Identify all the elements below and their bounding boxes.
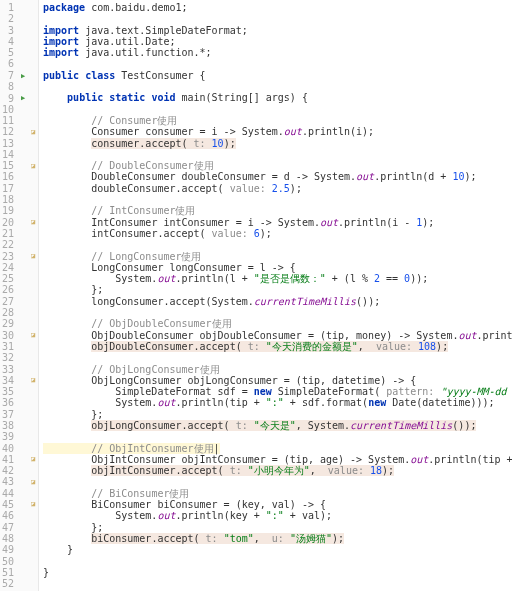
code-line[interactable]: ObjLongConsumer objLongConsumer = (tip, …: [43, 375, 512, 386]
gutter-row[interactable]: 38: [0, 420, 38, 431]
gutter-row[interactable]: 45◪: [0, 499, 38, 510]
gutter-row[interactable]: 52: [0, 578, 38, 589]
code-line[interactable]: // Consumer使用: [43, 115, 512, 126]
code-line[interactable]: IntConsumer intConsumer = i -> System.ou…: [43, 217, 512, 228]
code-line[interactable]: DoubleConsumer doubleConsumer = d -> Sys…: [43, 171, 512, 182]
gutter-row[interactable]: 34◪: [0, 375, 38, 386]
code-line[interactable]: biConsumer.accept( t: "tom", u: "汤姆猫");: [43, 533, 512, 544]
gutter-row[interactable]: 28: [0, 307, 38, 318]
gutter-row[interactable]: 21: [0, 228, 38, 239]
gutter-row[interactable]: 30◪: [0, 330, 38, 341]
code-line[interactable]: [43, 307, 512, 318]
code-line[interactable]: objDoubleConsumer.accept( t: "今天消费的金额是",…: [43, 341, 512, 352]
gutter-row[interactable]: 20◪: [0, 217, 38, 228]
gutter-row[interactable]: 39: [0, 431, 38, 442]
code-line[interactable]: System.out.println(l + "是否是偶数：" + (l % 2…: [43, 273, 512, 284]
gutter-row[interactable]: 13: [0, 138, 38, 149]
gutter-row[interactable]: 31: [0, 341, 38, 352]
code-line[interactable]: import java.util.function.*;: [43, 47, 512, 58]
gutter-row[interactable]: 51: [0, 567, 38, 578]
gutter-row[interactable]: 18: [0, 194, 38, 205]
code-line[interactable]: ObjDoubleConsumer objDoubleConsumer = (t…: [43, 330, 512, 341]
code-line[interactable]: [43, 431, 512, 442]
gutter-row[interactable]: 15◪: [0, 160, 38, 171]
code-line[interactable]: LongConsumer longConsumer = l -> {: [43, 262, 512, 273]
gutter-row[interactable]: 33: [0, 364, 38, 375]
gutter-row[interactable]: 46: [0, 510, 38, 521]
gutter-row[interactable]: 44: [0, 488, 38, 499]
gutter-row[interactable]: 25: [0, 273, 38, 284]
gutter-row[interactable]: 26: [0, 284, 38, 295]
gutter-row[interactable]: 50: [0, 556, 38, 567]
code-line[interactable]: };: [43, 409, 512, 420]
code-line[interactable]: // BiConsumer使用: [43, 488, 512, 499]
gutter-row[interactable]: 1: [0, 2, 38, 13]
gutter-row[interactable]: 11: [0, 115, 38, 126]
code-line[interactable]: System.out.println(tip + ":" + sdf.forma…: [43, 397, 512, 408]
code-line[interactable]: };: [43, 522, 512, 533]
gutter-row[interactable]: 29: [0, 318, 38, 329]
code-line[interactable]: public class TestConsumer {: [43, 70, 512, 81]
code-line[interactable]: [43, 352, 512, 363]
gutter-row[interactable]: 9▶: [0, 92, 38, 103]
code-line[interactable]: [43, 58, 512, 69]
code-line[interactable]: // ObjDoubleConsumer使用: [43, 318, 512, 329]
gutter-row[interactable]: 22: [0, 239, 38, 250]
code-line[interactable]: System.out.println(key + ":" + val);: [43, 510, 512, 521]
code-line[interactable]: // IntConsumer使用: [43, 205, 512, 216]
gutter-row[interactable]: 16: [0, 171, 38, 182]
code-line[interactable]: // DoubleConsumer使用: [43, 160, 512, 171]
gutter-row[interactable]: 7▶: [0, 70, 38, 81]
gutter-row[interactable]: 43◪: [0, 476, 38, 487]
gutter-row[interactable]: 49: [0, 544, 38, 555]
code-line[interactable]: }: [43, 544, 512, 555]
gutter-row[interactable]: 23◪: [0, 251, 38, 262]
code-line[interactable]: // ObjIntConsumer使用|: [43, 443, 512, 454]
gutter-row[interactable]: 37: [0, 409, 38, 420]
gutter-row[interactable]: 6: [0, 58, 38, 69]
code-line[interactable]: longConsumer.accept(System.currentTimeMi…: [43, 296, 512, 307]
code-line[interactable]: [43, 13, 512, 24]
gutter-row[interactable]: 10: [0, 104, 38, 115]
code-line[interactable]: // LongConsumer使用: [43, 251, 512, 262]
code-line[interactable]: intConsumer.accept( value: 6);: [43, 228, 512, 239]
code-line[interactable]: package com.baidu.demo1;: [43, 2, 512, 13]
code-line[interactable]: [43, 194, 512, 205]
gutter-row[interactable]: 8: [0, 81, 38, 92]
code-line[interactable]: Consumer consumer = i -> System.out.prin…: [43, 126, 512, 137]
code-area[interactable]: package com.baidu.demo1;import java.text…: [39, 0, 512, 591]
code-line[interactable]: BiConsumer biConsumer = (key, val) -> {: [43, 499, 512, 510]
code-line[interactable]: doubleConsumer.accept( value: 2.5);: [43, 183, 512, 194]
gutter-row[interactable]: 41◪: [0, 454, 38, 465]
code-line[interactable]: objLongConsumer.accept( t: "今天是", System…: [43, 420, 512, 431]
gutter-row[interactable]: 42: [0, 465, 38, 476]
gutter-row[interactable]: 36: [0, 397, 38, 408]
gutter-row[interactable]: 17: [0, 183, 38, 194]
code-line[interactable]: ObjIntConsumer objIntConsumer = (tip, ag…: [43, 454, 512, 465]
code-line[interactable]: }: [43, 567, 512, 578]
gutter-row[interactable]: 47: [0, 522, 38, 533]
code-line[interactable]: [43, 239, 512, 250]
code-line[interactable]: objIntConsumer.accept( t: "小明今年为", value…: [43, 465, 512, 476]
gutter-row[interactable]: 48: [0, 533, 38, 544]
code-editor[interactable]: 1234567▶89▶101112◪131415◪1617181920◪2122…: [0, 0, 512, 591]
run-gutter-icon[interactable]: ▶: [18, 92, 28, 104]
code-line[interactable]: [43, 476, 512, 487]
code-line[interactable]: public static void main(String[] args) {: [43, 92, 512, 103]
code-line[interactable]: consumer.accept( t: 10);: [43, 138, 512, 149]
code-line[interactable]: import java.text.SimpleDateFormat;: [43, 25, 512, 36]
gutter-row[interactable]: 14: [0, 149, 38, 160]
gutter-row[interactable]: 2: [0, 13, 38, 24]
code-line[interactable]: [43, 104, 512, 115]
code-line[interactable]: // ObjLongConsumer使用: [43, 364, 512, 375]
gutter-row[interactable]: 12◪: [0, 126, 38, 137]
gutter-row[interactable]: 5: [0, 47, 38, 58]
gutter-row[interactable]: 27: [0, 296, 38, 307]
code-line[interactable]: SimpleDateFormat sdf = new SimpleDateFor…: [43, 386, 512, 397]
code-line[interactable]: import java.util.Date;: [43, 36, 512, 47]
code-line[interactable]: [43, 578, 512, 589]
gutter-row[interactable]: 40: [0, 443, 38, 454]
code-line[interactable]: };: [43, 284, 512, 295]
gutter-row[interactable]: 19: [0, 205, 38, 216]
gutter-row[interactable]: 24: [0, 262, 38, 273]
